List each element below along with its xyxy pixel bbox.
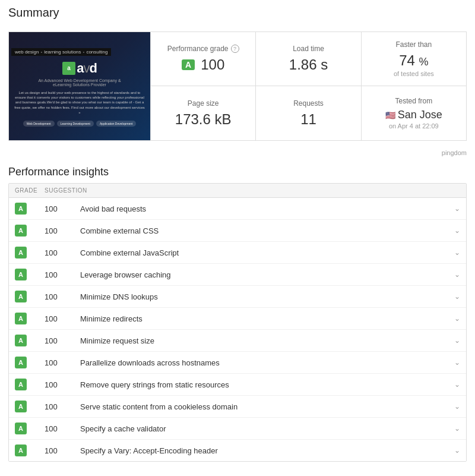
insight-score: 100 <box>45 358 80 367</box>
insight-score: 100 <box>45 424 80 433</box>
insight-row[interactable]: A 100 Remove query strings from static r… <box>9 374 466 396</box>
insight-score: 100 <box>45 248 80 257</box>
chevron-down-icon[interactable]: ⌄ <box>442 226 460 235</box>
insights-table: GRADE SUGGESTION A 100 Avoid bad request… <box>8 183 467 462</box>
insight-grade: A <box>15 401 27 412</box>
faster-than-label: Faster than <box>395 40 432 49</box>
chevron-down-icon[interactable]: ⌄ <box>442 270 460 279</box>
insight-score: 100 <box>45 204 80 213</box>
chevron-down-icon[interactable]: ⌄ <box>442 292 460 301</box>
insight-row[interactable]: A 100 Avoid bad requests ⌄ <box>9 198 466 220</box>
grade-column-header: GRADE <box>15 187 45 194</box>
performance-score: 100 <box>201 56 224 73</box>
insight-score: 100 <box>45 402 80 411</box>
insight-row[interactable]: A 100 Minimize redirects ⌄ <box>9 308 466 330</box>
insight-suggestion: Avoid bad requests <box>80 204 442 213</box>
requests-card: Requests 11 <box>256 86 361 141</box>
performance-insights-title: Performance insights <box>0 159 475 183</box>
insight-row[interactable]: A 100 Specify a Vary: Accept-Encoding he… <box>9 440 466 461</box>
chevron-down-icon[interactable]: ⌄ <box>442 424 460 433</box>
response-section: Response codes <box>0 462 475 476</box>
metrics-grid: Performance grade ? A 100 Load time 1.86… <box>151 31 467 141</box>
load-time-label: Load time <box>293 45 324 53</box>
insight-suggestion: Minimize request size <box>80 336 442 345</box>
insight-score: 100 <box>45 292 80 301</box>
insight-grade: A <box>15 247 27 259</box>
insight-score: 100 <box>45 446 80 455</box>
page-title: Summary <box>8 6 467 20</box>
insight-grade: A <box>15 269 27 280</box>
chevron-down-icon[interactable]: ⌄ <box>442 358 460 367</box>
insight-grade: A <box>15 335 27 346</box>
insights-table-header: GRADE SUGGESTION <box>9 184 466 198</box>
insight-row[interactable]: A 100 Parallelize downloads across hostn… <box>9 352 466 374</box>
response-codes-title: Response codes <box>8 469 467 476</box>
insight-grade: A <box>15 423 27 434</box>
insight-grade: A <box>15 291 27 302</box>
requests-value: 11 <box>300 111 316 128</box>
page-size-label: Page size <box>188 99 219 108</box>
performance-grade-card: Performance grade ? A 100 <box>151 31 256 86</box>
chevron-down-icon[interactable]: ⌄ <box>442 314 460 323</box>
insight-row[interactable]: A 100 Combine external JavaScript ⌄ <box>9 242 466 264</box>
insight-score: 100 <box>45 380 80 389</box>
chevron-down-icon[interactable]: ⌄ <box>442 336 460 345</box>
performance-grade-label: Performance grade <box>167 45 229 53</box>
pingdom-credit: pingdom <box>0 148 475 159</box>
tested-from-label: Tested from <box>395 97 432 105</box>
load-time-value: 1.86 s <box>289 56 328 73</box>
tested-from-card: Tested from 🇺🇸 San Jose on Apr 4 at 22:0… <box>362 86 467 141</box>
insight-suggestion: Minimize redirects <box>80 314 442 323</box>
insight-suggestion: Parallelize downloads across hostnames <box>80 358 442 367</box>
faster-than-sub: of tested sites <box>394 70 434 77</box>
insight-row[interactable]: A 100 Serve static content from a cookie… <box>9 396 466 418</box>
insight-grade: A <box>15 357 27 368</box>
insight-suggestion: Specify a cache validator <box>80 424 442 433</box>
requests-label: Requests <box>293 99 324 108</box>
insight-score: 100 <box>45 270 80 279</box>
chevron-down-icon[interactable]: ⌄ <box>442 204 460 213</box>
help-icon[interactable]: ? <box>231 45 239 53</box>
page-header: Summary <box>0 0 475 24</box>
faster-than-value: 74 % <box>399 52 428 69</box>
chevron-down-icon[interactable]: ⌄ <box>442 248 460 257</box>
insight-suggestion: Remove query strings from static resourc… <box>80 380 442 389</box>
flag-icon: 🇺🇸 <box>385 111 395 120</box>
insights-rows: A 100 Avoid bad requests ⌄ A 100 Combine… <box>9 198 466 461</box>
insight-score: 100 <box>45 226 80 235</box>
grade-badge: A <box>182 59 195 70</box>
chevron-down-icon[interactable]: ⌄ <box>442 402 460 411</box>
page-size-card: Page size 173.6 kB <box>151 86 256 141</box>
insight-suggestion: Specify a Vary: Accept-Encoding header <box>80 446 442 455</box>
insight-grade: A <box>15 225 27 237</box>
load-time-card: Load time 1.86 s <box>256 31 361 86</box>
tested-from-location: San Jose <box>398 109 442 121</box>
summary-grid: web design • learning solutions • consul… <box>8 31 467 141</box>
insight-row[interactable]: A 100 Minimize DNS lookups ⌄ <box>9 286 466 308</box>
website-screenshot: web design • learning solutions • consul… <box>8 31 151 141</box>
chevron-down-icon[interactable]: ⌄ <box>442 380 460 389</box>
page-size-value: 173.6 kB <box>175 111 232 128</box>
insight-grade: A <box>15 379 27 390</box>
insight-row[interactable]: A 100 Specify a cache validator ⌄ <box>9 418 466 440</box>
suggestion-column-header: SUGGESTION <box>45 187 80 194</box>
insight-grade: A <box>15 445 27 456</box>
faster-than-card: Faster than 74 % of tested sites <box>362 31 467 86</box>
insight-grade: A <box>15 203 27 215</box>
insight-row[interactable]: A 100 Minimize request size ⌄ <box>9 330 466 352</box>
chevron-down-icon[interactable]: ⌄ <box>442 446 460 455</box>
insight-score: 100 <box>45 314 80 323</box>
insight-suggestion: Minimize DNS lookups <box>80 292 442 301</box>
insight-suggestion: Leverage browser caching <box>80 270 442 279</box>
insight-suggestion: Serve static content from a cookieless d… <box>80 402 442 411</box>
summary-section: web design • learning solutions • consul… <box>0 24 475 148</box>
insight-score: 100 <box>45 336 80 345</box>
insight-row[interactable]: A 100 Combine external CSS ⌄ <box>9 220 466 242</box>
insight-suggestion: Combine external JavaScript <box>80 248 442 257</box>
tested-from-datetime: on Apr 4 at 22:09 <box>389 122 439 130</box>
insight-suggestion: Combine external CSS <box>80 226 442 235</box>
insight-row[interactable]: A 100 Leverage browser caching ⌄ <box>9 264 466 286</box>
insight-grade: A <box>15 313 27 324</box>
